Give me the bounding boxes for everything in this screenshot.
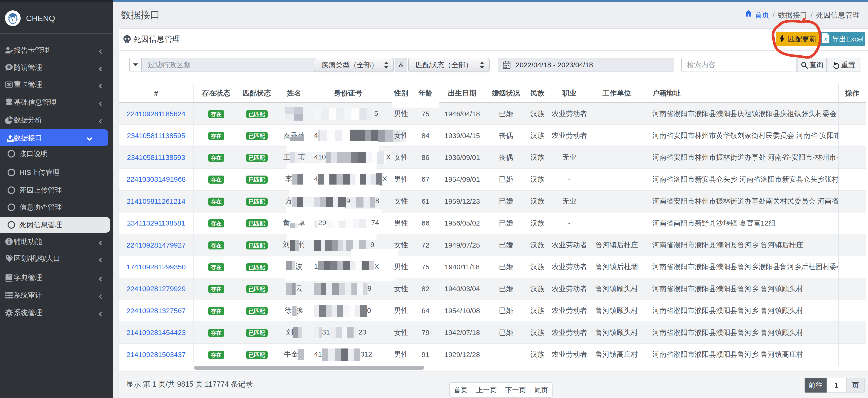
svg-text:x: x <box>824 36 827 41</box>
